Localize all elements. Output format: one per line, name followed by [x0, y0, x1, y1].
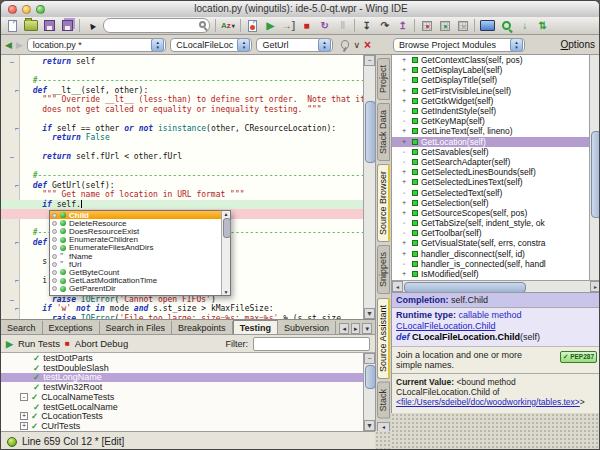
- module-list-item[interactable]: -GetSelectedText(self): [392, 187, 589, 197]
- select-tool-button[interactable]: ▲: [85, 19, 98, 33]
- code-line[interactable]: if self.: [1, 200, 363, 210]
- tab-scroll-right[interactable]: ▸: [351, 323, 361, 334]
- symbol-link[interactable]: CLocalFileLocation.Child: [396, 321, 496, 331]
- tree-expander-icon[interactable]: +: [402, 250, 409, 258]
- test-tree-row[interactable]: +✓CLocationTests: [1, 412, 363, 422]
- module-list-item[interactable]: -GetSavables(self): [392, 147, 589, 157]
- tree-expander-icon[interactable]: -: [402, 189, 409, 197]
- module-list-item[interactable]: -GetKeyMap(self): [392, 116, 589, 126]
- module-list-item[interactable]: -GetTabSize(self, indent_style, ok: [392, 218, 589, 228]
- tree-expander-icon[interactable]: +: [402, 138, 409, 146]
- step-out-button[interactable]: ↥: [396, 19, 409, 33]
- code-line[interactable]: return self.fUrl < other.fUrl: [1, 152, 363, 162]
- pause-debug-button[interactable]: ‖: [336, 19, 349, 33]
- tree-expander-icon[interactable]: +: [20, 422, 28, 430]
- autocomplete-item[interactable]: EnumerateFilesAndDirs: [50, 244, 230, 252]
- search-files-button[interactable]: [500, 19, 513, 33]
- save-all-button[interactable]: [61, 19, 74, 33]
- tree-expander-icon[interactable]: +: [402, 168, 409, 176]
- tree-expander-icon[interactable]: -: [20, 393, 28, 401]
- module-list-item[interactable]: +GetLocation(self): [392, 137, 589, 147]
- new-file-button[interactable]: [6, 19, 19, 33]
- dock-tab-source-assistant[interactable]: Source Assistant: [377, 298, 390, 379]
- browse-mode-combo[interactable]: Browse Project Modules ▴▾: [393, 38, 525, 52]
- pin-editor-icon[interactable]: [341, 40, 349, 49]
- test-tree-row[interactable]: ✓testDotParts: [1, 353, 363, 363]
- tab-search-in-files[interactable]: Search in Files: [100, 321, 173, 334]
- module-list-item[interactable]: +handler_disconnect(self, id): [392, 249, 589, 259]
- popup-scrollbar[interactable]: ▲ ▼: [221, 211, 230, 295]
- code-line[interactable]: def __lt__(self, other):: [1, 86, 363, 96]
- annotations-combo-button[interactable]: Az▾: [221, 19, 235, 33]
- tree-expander-icon[interactable]: -: [402, 107, 409, 115]
- tab-exceptions[interactable]: Exceptions: [43, 321, 100, 334]
- autocomplete-item[interactable]: GetParentDir: [50, 285, 230, 293]
- file-selector-combo[interactable]: location.py * ▴▾: [27, 38, 166, 52]
- tree-expander-icon[interactable]: +: [402, 56, 409, 64]
- tree-expander-icon[interactable]: -: [402, 229, 409, 237]
- code-line[interactable]: #---------------------------------------…: [1, 76, 363, 86]
- step-to-cursor-button[interactable]: ↧: [360, 19, 373, 33]
- test-tree-row[interactable]: -✓CLocalNameTests: [1, 392, 363, 402]
- autocomplete-item[interactable]: EnumerateChildren: [50, 236, 230, 244]
- editor-menu-chevron-icon[interactable]: ∨: [353, 40, 360, 50]
- code-editor[interactable]: –¬¬–¬¬¬–¬ return self #-----------------…: [1, 55, 363, 319]
- scroll-down-arrow[interactable]: ▼: [364, 308, 375, 319]
- debug-console-button[interactable]: [480, 19, 495, 33]
- code-line[interactable]: [1, 67, 363, 77]
- dock-tab-project[interactable]: Project: [377, 58, 390, 100]
- close-editor-icon[interactable]: ×: [364, 38, 371, 52]
- tree-expander-icon[interactable]: +: [402, 97, 409, 105]
- debug-file-button[interactable]: [246, 19, 259, 33]
- code-line[interactable]: return self: [1, 57, 363, 67]
- save-button[interactable]: [43, 19, 56, 33]
- autocomplete-popup[interactable]: ChildDeleteResourceDoesResourceExistEnum…: [49, 210, 231, 296]
- tree-expander-icon[interactable]: +: [402, 270, 409, 278]
- module-list-item[interactable]: +GetVisualState(self, errs, constra: [392, 238, 589, 248]
- tree-expander-icon[interactable]: -: [402, 148, 409, 156]
- module-list-hscrollbar[interactable]: ◂ ▸: [391, 280, 600, 292]
- step-over-button[interactable]: ↷: [378, 19, 391, 33]
- module-list-item[interactable]: +GetSelectedLinesBounds(self): [392, 167, 589, 177]
- test-results-tree[interactable]: ✓testDotParts✓testDoubleSlash✓testLongNa…: [1, 353, 363, 431]
- fold-all-button[interactable]: −: [364, 55, 375, 66]
- enable-breakpoints-button[interactable]: [438, 19, 451, 33]
- debug-continue-button[interactable]: ▶: [264, 19, 277, 33]
- titlebar[interactable]: location.py (wingutils): ide-5.0-qt.wpr …: [1, 1, 600, 18]
- autocomplete-item[interactable]: "fUrl: [50, 260, 230, 268]
- module-list-item[interactable]: +GetContextClass(self, pos): [392, 55, 589, 65]
- module-list-item[interactable]: +GetGtkWidget(self): [392, 96, 589, 106]
- autocomplete-item[interactable]: GetByteCount: [50, 268, 230, 276]
- code-line[interactable]: [1, 143, 363, 153]
- run-tests-button[interactable]: Run Tests: [18, 338, 60, 349]
- autocomplete-item[interactable]: "fName: [50, 252, 230, 260]
- module-list-item[interactable]: -GetSearchAdapter(self): [392, 157, 589, 167]
- code-line[interactable]: [1, 162, 363, 172]
- toolbar-search-input[interactable]: [103, 19, 210, 33]
- module-list-item[interactable]: -handler_is_connected(self, handl: [392, 259, 589, 269]
- module-list-scrollbar[interactable]: [589, 55, 600, 280]
- tab-scroll-left[interactable]: ◂: [339, 323, 349, 334]
- current-value-link[interactable]: <file:/Users/sdeibel/doc/woodworking/tab…: [396, 397, 580, 407]
- code-line[interactable]: """ Override __lt__ (less-than) to defin…: [1, 95, 363, 105]
- tree-expander-icon[interactable]: +: [402, 87, 409, 95]
- autocomplete-item[interactable]: DeleteResource: [50, 219, 230, 227]
- module-browser-list[interactable]: +GetContextClass(self, pos)+GetDisplayLa…: [391, 55, 589, 280]
- test-tree-row[interactable]: ✓testWin32Root: [1, 382, 363, 392]
- test-tree-row[interactable]: ✓testDoubleSlash: [1, 363, 363, 373]
- tree-expander-icon[interactable]: +: [402, 199, 409, 207]
- clear-breakpoints-button[interactable]: [420, 19, 433, 33]
- history-forward-button[interactable]: ▶: [16, 40, 23, 50]
- code-line[interactable]: [1, 114, 363, 124]
- autocomplete-item[interactable]: Child: [50, 211, 230, 219]
- disable-breakpoints-button[interactable]: [456, 19, 469, 33]
- dock-tab-source-browser[interactable]: Source Browser: [377, 164, 390, 242]
- module-list-item[interactable]: +GetFirstVisibleLine(self): [392, 86, 589, 96]
- tree-expander-icon[interactable]: +: [402, 127, 409, 135]
- dock-tab-stack[interactable]: Stack: [377, 382, 390, 419]
- goto-selected-button[interactable]: ↓: [518, 19, 531, 33]
- tab-subversion[interactable]: Subversion: [278, 321, 336, 334]
- sync-button[interactable]: ⇅: [536, 19, 549, 33]
- test-tree-row[interactable]: +✓CUrlTests: [1, 421, 363, 431]
- tab-search[interactable]: Search: [1, 321, 43, 334]
